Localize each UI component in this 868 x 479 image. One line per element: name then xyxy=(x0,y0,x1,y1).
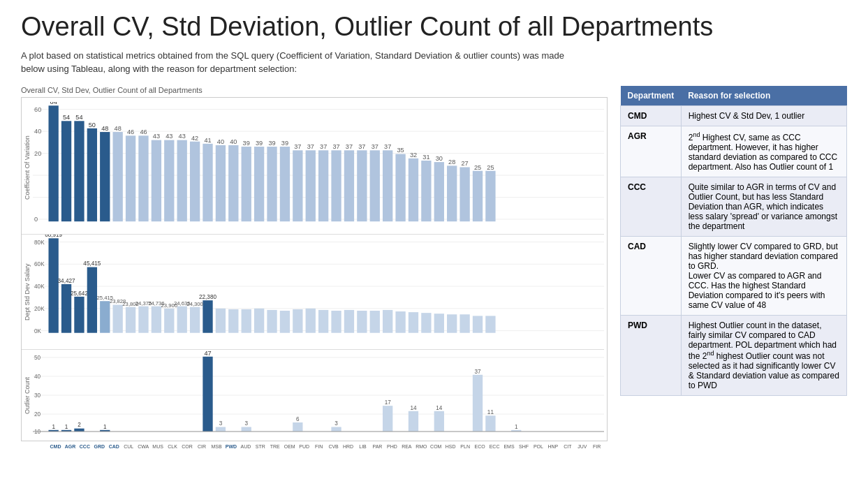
svg-text:50: 50 xyxy=(34,354,41,361)
svg-text:30: 30 xyxy=(436,155,443,162)
svg-text:43: 43 xyxy=(165,133,172,140)
svg-text:0: 0 xyxy=(34,216,38,223)
svg-text:24,300: 24,300 xyxy=(186,300,203,307)
svg-text:40: 40 xyxy=(34,128,41,135)
svg-rect-121 xyxy=(383,310,392,333)
svg-rect-54 xyxy=(331,150,341,221)
svg-text:39: 39 xyxy=(268,140,275,147)
outlier-panel: Outlier Count 50 40 30 20 10 xyxy=(22,350,604,441)
svg-rect-127 xyxy=(459,314,469,332)
svg-rect-34 xyxy=(203,144,212,221)
reason-agr: 2nd Highest CV, same as CCC department. … xyxy=(681,126,846,177)
svg-rect-38 xyxy=(228,145,238,221)
cv-svg: 60 40 20 0 64 54 xyxy=(33,102,604,234)
cv-y-label: Coefficient Of Variation xyxy=(22,102,33,234)
svg-text:6: 6 xyxy=(296,415,300,422)
svg-text:46: 46 xyxy=(127,128,134,135)
svg-text:41: 41 xyxy=(204,136,211,143)
dept-cad: CAD xyxy=(621,236,682,315)
table-section: Department Reason for selection CMD High… xyxy=(620,86,847,396)
svg-text:25: 25 xyxy=(487,163,494,170)
std-y-label: Dept Std Dev Salary xyxy=(22,235,33,349)
svg-text:20: 20 xyxy=(34,411,41,418)
svg-text:1: 1 xyxy=(103,422,107,429)
svg-rect-78 xyxy=(485,170,495,221)
svg-rect-117 xyxy=(331,311,341,333)
svg-text:39: 39 xyxy=(243,140,250,147)
svg-rect-125 xyxy=(434,314,444,333)
main-title: Overall CV, Std Deviation, Outlier Count… xyxy=(21,13,847,42)
svg-rect-16 xyxy=(87,128,97,221)
svg-rect-100 xyxy=(126,307,135,332)
svg-rect-52 xyxy=(318,150,328,221)
svg-rect-122 xyxy=(395,311,405,333)
svg-text:47: 47 xyxy=(204,350,211,357)
svg-text:60K: 60K xyxy=(34,260,45,267)
svg-rect-174 xyxy=(485,415,495,432)
svg-rect-70 xyxy=(434,162,444,221)
svg-rect-90 xyxy=(48,238,58,332)
svg-rect-168 xyxy=(409,411,418,432)
svg-text:20: 20 xyxy=(34,149,41,156)
svg-rect-56 xyxy=(344,150,354,221)
col-reason: Reason for selection xyxy=(681,86,846,106)
svg-rect-42 xyxy=(254,147,264,221)
svg-text:35: 35 xyxy=(397,147,404,154)
svg-text:54: 54 xyxy=(63,114,70,121)
svg-text:46: 46 xyxy=(140,128,147,135)
svg-rect-152 xyxy=(74,428,84,431)
std-svg: 80K 60K 40K 20K 0K 68,919 34,427 xyxy=(33,235,604,349)
svg-rect-104 xyxy=(177,306,187,332)
svg-rect-28 xyxy=(164,140,174,221)
svg-rect-109 xyxy=(228,309,238,333)
chart-title: Overall CV, Std Dev, Outlier Count of al… xyxy=(21,86,608,94)
svg-text:11: 11 xyxy=(487,408,494,415)
svg-rect-20 xyxy=(113,132,123,221)
svg-text:28: 28 xyxy=(448,159,455,165)
svg-text:43: 43 xyxy=(179,133,186,140)
svg-text:40: 40 xyxy=(230,138,237,145)
svg-rect-118 xyxy=(344,310,354,333)
svg-text:37: 37 xyxy=(346,143,353,150)
svg-rect-44 xyxy=(267,147,277,221)
svg-text:3: 3 xyxy=(334,420,338,427)
svg-text:50: 50 xyxy=(89,121,96,128)
svg-text:60: 60 xyxy=(34,105,41,112)
svg-rect-110 xyxy=(242,309,251,333)
svg-rect-46 xyxy=(280,147,290,221)
svg-text:80K: 80K xyxy=(34,238,45,245)
outlier-y-label: Outlier Count xyxy=(22,350,33,441)
svg-rect-162 xyxy=(293,422,302,432)
table-row: CCC Quite similar to AGR in terms of CV … xyxy=(621,177,847,236)
svg-text:43: 43 xyxy=(153,133,160,140)
svg-text:20K: 20K xyxy=(34,305,45,312)
table-row: PWD Highest Outlier count in the dataset… xyxy=(621,315,847,395)
svg-rect-164 xyxy=(331,427,341,432)
svg-rect-99 xyxy=(113,304,123,332)
std-panel: Dept Std Dev Salary 80K 60K 40K 20K xyxy=(22,235,604,350)
svg-rect-115 xyxy=(306,309,316,333)
svg-rect-172 xyxy=(473,375,483,432)
svg-text:39: 39 xyxy=(281,140,288,147)
svg-rect-105 xyxy=(190,307,200,332)
svg-rect-48 xyxy=(293,150,302,221)
outlier-svg: 50 40 30 20 10 1 1 xyxy=(33,350,604,441)
svg-text:39: 39 xyxy=(256,140,263,147)
svg-rect-111 xyxy=(254,309,264,333)
svg-rect-76 xyxy=(473,170,483,221)
svg-rect-106 xyxy=(203,300,212,333)
reason-cmd: Highest CV & Std Dev, 1 outlier xyxy=(681,105,846,126)
svg-rect-98 xyxy=(100,301,110,332)
dept-pwd: PWD xyxy=(621,315,682,395)
svg-text:37: 37 xyxy=(307,143,314,150)
svg-rect-160 xyxy=(242,427,251,432)
reason-pwd: Highest Outlier count in the dataset, fa… xyxy=(681,315,846,395)
svg-rect-114 xyxy=(293,309,302,333)
svg-text:37: 37 xyxy=(358,143,365,150)
info-table: Department Reason for selection CMD High… xyxy=(620,86,847,396)
col-dept: Department xyxy=(621,86,682,106)
chart-section: Overall CV, Std Dev, Outlier Count of al… xyxy=(21,86,608,441)
svg-rect-126 xyxy=(447,314,457,332)
svg-rect-24 xyxy=(138,135,148,221)
svg-rect-103 xyxy=(164,309,174,333)
